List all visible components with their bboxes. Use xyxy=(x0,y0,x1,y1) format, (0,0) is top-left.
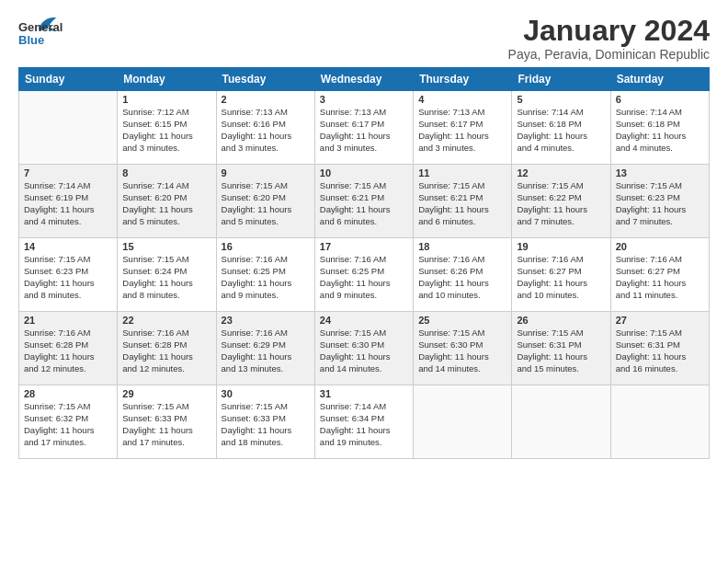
day-number: 12 xyxy=(517,167,605,178)
day-number: 1 xyxy=(122,94,210,105)
day-info: Sunrise: 7:14 AMSunset: 6:18 PMDaylight:… xyxy=(517,107,605,154)
table-row: 14Sunrise: 7:15 AMSunset: 6:23 PMDayligh… xyxy=(19,238,118,312)
day-info: Sunrise: 7:16 AMSunset: 6:25 PMDaylight:… xyxy=(320,254,408,301)
calendar-week-row: 28Sunrise: 7:15 AMSunset: 6:32 PMDayligh… xyxy=(19,385,710,459)
logo-blue: Blue xyxy=(18,33,44,47)
day-number: 15 xyxy=(122,241,210,252)
calendar-week-row: 7Sunrise: 7:14 AMSunset: 6:19 PMDaylight… xyxy=(19,165,710,238)
table-row: 25Sunrise: 7:15 AMSunset: 6:30 PMDayligh… xyxy=(414,312,512,385)
table-row: 13Sunrise: 7:15 AMSunset: 6:23 PMDayligh… xyxy=(610,165,709,238)
logo-general: General xyxy=(18,20,63,34)
table-row: 10Sunrise: 7:15 AMSunset: 6:21 PMDayligh… xyxy=(314,165,413,238)
header-wednesday: Wednesday xyxy=(314,68,413,91)
day-info: Sunrise: 7:16 AMSunset: 6:28 PMDaylight:… xyxy=(24,327,112,374)
day-info: Sunrise: 7:14 AMSunset: 6:19 PMDaylight:… xyxy=(24,180,112,227)
table-row: 8Sunrise: 7:14 AMSunset: 6:20 PMDaylight… xyxy=(118,165,216,238)
day-info: Sunrise: 7:13 AMSunset: 6:16 PMDaylight:… xyxy=(222,107,310,154)
calendar-week-row: 21Sunrise: 7:16 AMSunset: 6:28 PMDayligh… xyxy=(19,312,710,385)
logo: General Blue xyxy=(18,15,74,52)
day-number: 18 xyxy=(418,241,506,252)
day-number: 2 xyxy=(222,94,310,105)
day-number: 26 xyxy=(517,315,605,326)
header-thursday: Thursday xyxy=(414,68,512,91)
day-info: Sunrise: 7:14 AMSunset: 6:20 PMDaylight:… xyxy=(122,180,210,227)
header: General Blue January 2024 Paya, Peravia,… xyxy=(18,15,710,62)
day-info: Sunrise: 7:15 AMSunset: 6:20 PMDaylight:… xyxy=(222,180,310,227)
day-info: Sunrise: 7:15 AMSunset: 6:21 PMDaylight:… xyxy=(418,180,506,227)
day-info: Sunrise: 7:15 AMSunset: 6:30 PMDaylight:… xyxy=(418,327,506,374)
day-number: 29 xyxy=(122,388,210,399)
table-row xyxy=(512,385,610,459)
table-row: 28Sunrise: 7:15 AMSunset: 6:32 PMDayligh… xyxy=(19,385,118,459)
day-info: Sunrise: 7:15 AMSunset: 6:31 PMDaylight:… xyxy=(616,327,704,374)
day-info: Sunrise: 7:15 AMSunset: 6:21 PMDaylight:… xyxy=(320,180,408,227)
table-row: 29Sunrise: 7:15 AMSunset: 6:33 PMDayligh… xyxy=(118,385,216,459)
table-row: 16Sunrise: 7:16 AMSunset: 6:25 PMDayligh… xyxy=(216,238,314,312)
day-number: 28 xyxy=(24,388,112,399)
header-monday: Monday xyxy=(118,68,216,91)
day-info: Sunrise: 7:15 AMSunset: 6:22 PMDaylight:… xyxy=(517,180,605,227)
calendar-page: General Blue January 2024 Paya, Peravia,… xyxy=(0,0,728,470)
day-number: 19 xyxy=(517,241,605,252)
day-number: 6 xyxy=(616,94,704,105)
day-number: 7 xyxy=(24,167,112,178)
header-sunday: Sunday xyxy=(19,68,118,91)
day-info: Sunrise: 7:15 AMSunset: 6:30 PMDaylight:… xyxy=(320,327,408,374)
day-info: Sunrise: 7:15 AMSunset: 6:24 PMDaylight:… xyxy=(122,254,210,301)
month-title: January 2024 xyxy=(508,15,710,47)
table-row: 2Sunrise: 7:13 AMSunset: 6:16 PMDaylight… xyxy=(216,91,314,165)
table-row xyxy=(610,385,709,459)
table-row: 15Sunrise: 7:15 AMSunset: 6:24 PMDayligh… xyxy=(118,238,216,312)
day-number: 3 xyxy=(320,94,408,105)
day-number: 22 xyxy=(122,315,210,326)
day-number: 25 xyxy=(418,315,506,326)
day-info: Sunrise: 7:15 AMSunset: 6:33 PMDaylight:… xyxy=(222,401,310,448)
location-subtitle: Paya, Peravia, Dominican Republic xyxy=(508,47,710,62)
table-row: 23Sunrise: 7:16 AMSunset: 6:29 PMDayligh… xyxy=(216,312,314,385)
table-row: 6Sunrise: 7:14 AMSunset: 6:18 PMDaylight… xyxy=(610,91,709,165)
day-info: Sunrise: 7:16 AMSunset: 6:28 PMDaylight:… xyxy=(122,327,210,374)
day-info: Sunrise: 7:12 AMSunset: 6:15 PMDaylight:… xyxy=(122,107,210,154)
day-number: 21 xyxy=(24,315,112,326)
day-number: 11 xyxy=(418,167,506,178)
day-number: 17 xyxy=(320,241,408,252)
header-saturday: Saturday xyxy=(610,68,709,91)
table-row: 1Sunrise: 7:12 AMSunset: 6:15 PMDaylight… xyxy=(118,91,216,165)
day-number: 23 xyxy=(222,315,310,326)
day-info: Sunrise: 7:15 AMSunset: 6:32 PMDaylight:… xyxy=(24,401,112,448)
day-info: Sunrise: 7:13 AMSunset: 6:17 PMDaylight:… xyxy=(418,107,506,154)
day-info: Sunrise: 7:16 AMSunset: 6:27 PMDaylight:… xyxy=(517,254,605,301)
day-number: 13 xyxy=(616,167,704,178)
day-number: 30 xyxy=(222,388,310,399)
table-row: 27Sunrise: 7:15 AMSunset: 6:31 PMDayligh… xyxy=(610,312,709,385)
table-row: 21Sunrise: 7:16 AMSunset: 6:28 PMDayligh… xyxy=(19,312,118,385)
table-row: 11Sunrise: 7:15 AMSunset: 6:21 PMDayligh… xyxy=(414,165,512,238)
table-row xyxy=(414,385,512,459)
table-row: 4Sunrise: 7:13 AMSunset: 6:17 PMDaylight… xyxy=(414,91,512,165)
day-info: Sunrise: 7:15 AMSunset: 6:23 PMDaylight:… xyxy=(616,180,704,227)
day-info: Sunrise: 7:14 AMSunset: 6:18 PMDaylight:… xyxy=(616,107,704,154)
header-tuesday: Tuesday xyxy=(216,68,314,91)
day-number: 31 xyxy=(320,388,408,399)
day-info: Sunrise: 7:16 AMSunset: 6:26 PMDaylight:… xyxy=(418,254,506,301)
table-row: 20Sunrise: 7:16 AMSunset: 6:27 PMDayligh… xyxy=(610,238,709,312)
day-number: 8 xyxy=(122,167,210,178)
day-info: Sunrise: 7:16 AMSunset: 6:29 PMDaylight:… xyxy=(222,327,310,374)
day-info: Sunrise: 7:15 AMSunset: 6:33 PMDaylight:… xyxy=(122,401,210,448)
day-info: Sunrise: 7:15 AMSunset: 6:31 PMDaylight:… xyxy=(517,327,605,374)
table-row: 5Sunrise: 7:14 AMSunset: 6:18 PMDaylight… xyxy=(512,91,610,165)
table-row xyxy=(19,91,118,165)
day-info: Sunrise: 7:14 AMSunset: 6:34 PMDaylight:… xyxy=(320,401,408,448)
day-number: 16 xyxy=(222,241,310,252)
table-row: 3Sunrise: 7:13 AMSunset: 6:17 PMDaylight… xyxy=(314,91,413,165)
table-row: 18Sunrise: 7:16 AMSunset: 6:26 PMDayligh… xyxy=(414,238,512,312)
calendar-table: Sunday Monday Tuesday Wednesday Thursday… xyxy=(18,67,710,459)
day-number: 24 xyxy=(320,315,408,326)
day-info: Sunrise: 7:16 AMSunset: 6:25 PMDaylight:… xyxy=(222,254,310,301)
header-friday: Friday xyxy=(512,68,610,91)
table-row: 9Sunrise: 7:15 AMSunset: 6:20 PMDaylight… xyxy=(216,165,314,238)
table-row: 24Sunrise: 7:15 AMSunset: 6:30 PMDayligh… xyxy=(314,312,413,385)
title-area: January 2024 Paya, Peravia, Dominican Re… xyxy=(508,15,710,62)
day-info: Sunrise: 7:15 AMSunset: 6:23 PMDaylight:… xyxy=(24,254,112,301)
table-row: 26Sunrise: 7:15 AMSunset: 6:31 PMDayligh… xyxy=(512,312,610,385)
